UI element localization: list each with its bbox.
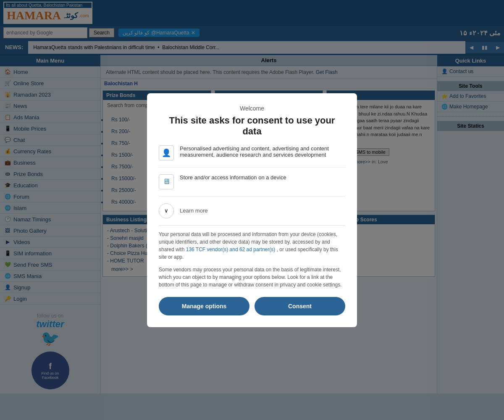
modal-title: This site asks for consent to use your d… <box>159 115 345 137</box>
learn-more-label: Learn more <box>180 207 207 214</box>
consent-item-advertising: 👤 Personalised advertising and content, … <box>159 145 345 168</box>
consent-item-storage: 🖥 Store and/or access information on a d… <box>159 174 345 197</box>
consent-body1: Your personal data will be processed and… <box>159 231 345 261</box>
manage-options-button[interactable]: Manage options <box>159 297 249 315</box>
consent-item2-text: Store and/or access information on a dev… <box>180 174 286 181</box>
consent-body2: Some vendors may process your personal d… <box>159 266 345 289</box>
consent-button[interactable]: Consent <box>255 297 345 315</box>
consent-overlay: Welcome This site asks for consent to us… <box>0 0 504 394</box>
modal-welcome-label: Welcome <box>159 105 345 112</box>
consent-modal: Welcome This site asks for consent to us… <box>147 93 357 327</box>
learn-more-toggle[interactable]: ∨ <box>159 203 174 218</box>
vendor-link[interactable]: 136 TCF vendor(s) and 62 ad partner(s) <box>186 247 276 252</box>
modal-buttons: Manage options Consent <box>159 297 345 315</box>
learn-more-row: ∨ Learn more <box>159 203 345 218</box>
advertising-icon: 👤 <box>159 145 174 160</box>
consent-item1-text: Personalised advertising and content, ad… <box>180 145 345 158</box>
modal-divider <box>159 225 345 226</box>
storage-icon: 🖥 <box>159 174 174 189</box>
